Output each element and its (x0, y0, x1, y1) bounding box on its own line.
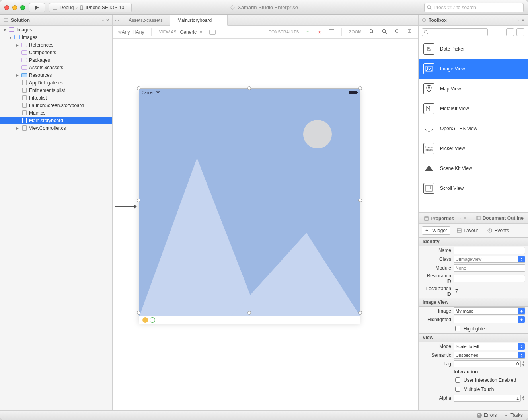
tree-components[interactable]: Components (0, 49, 112, 56)
pane-dock-icon[interactable]: ▫ (518, 18, 519, 23)
solution-pane-header[interactable]: Solution ▫ × (0, 15, 112, 26)
global-search[interactable]: Press '⌘.' to search (424, 3, 524, 12)
prop-multiple-touch-check[interactable]: Multiple Touch (454, 385, 494, 393)
pane-dock-icon[interactable]: ▫ (102, 18, 104, 23)
picker-icon: Loremipsum (423, 143, 434, 154)
prop-tab-events[interactable]: Events (484, 227, 512, 234)
prop-highlighted-check[interactable]: Highlighted (454, 325, 487, 332)
property-tabs: Widget Layout Events (419, 224, 528, 237)
toolbox-item-scenekit-view[interactable]: Scene Kit View (419, 158, 528, 178)
prop-user-interaction-check[interactable]: User Interaction Enabled (454, 376, 516, 384)
zoom-button[interactable] (20, 5, 25, 10)
properties-panel[interactable]: Identity Name Class UIImageView Module R… (419, 237, 528, 410)
right-panel: Toolbox ▫× JanFeb Date Picker (419, 15, 528, 410)
editor-area: ‹› Assets.xcassets Main.storyboard ○ wAn… (113, 15, 419, 410)
zoom-100-icon[interactable] (394, 29, 400, 35)
pane-close-icon[interactable]: × (522, 18, 524, 23)
toolbox-list[interactable]: JanFeb Date Picker Image View Map View M… (419, 39, 528, 212)
view-as[interactable]: VIEW AS Generic ▾ (159, 29, 202, 35)
zoom-out-icon[interactable] (382, 29, 387, 35)
toolbox-item-picker-view[interactable]: Loremipsum Picker View (419, 139, 528, 158)
svg-marker-21 (139, 158, 259, 316)
prop-name-input[interactable] (454, 247, 525, 254)
prop-class-combo[interactable]: UIImageView (454, 256, 525, 263)
remove-constraint-icon[interactable]: ✕ (318, 29, 321, 35)
svg-point-4 (427, 6, 431, 9)
run-button[interactable] (29, 3, 45, 12)
prop-tab-widget[interactable]: Widget (422, 226, 450, 235)
prop-panel-tab-outline[interactable]: Document Outline (472, 213, 528, 223)
prop-tab-layout[interactable]: Layout (454, 227, 481, 234)
view-controller[interactable]: Carrier ← (139, 88, 360, 322)
tag-stepper-icon[interactable]: ▲▼ (522, 361, 525, 367)
toolbox-search-input[interactable] (422, 28, 488, 36)
svg-marker-20 (134, 204, 137, 209)
toolbox-item-image-view[interactable]: Image View (419, 59, 528, 79)
tree-packages[interactable]: Packages (0, 56, 112, 64)
tree-solution[interactable]: ▾ Images (0, 26, 112, 33)
scene-dock[interactable]: ← (139, 316, 360, 324)
close-button[interactable] (4, 5, 9, 10)
tree-mainstoryboard[interactable]: Main.storyboard (0, 117, 112, 124)
toolbox-view-list-icon[interactable] (516, 28, 524, 36)
toolbox-view-icons-icon[interactable] (506, 28, 514, 36)
tree-assets[interactable]: Assets.xcassets (0, 64, 112, 71)
tree-viewcontroller[interactable]: ▸ ViewController.cs (0, 124, 112, 132)
tab-nav[interactable]: ‹› (113, 15, 121, 25)
prop-module-input[interactable] (454, 264, 525, 272)
add-constraint-icon[interactable]: ⁺▫ (306, 29, 310, 35)
prop-semantic-combo[interactable]: Unspecified (454, 352, 525, 359)
toolbox-item-scroll-view[interactable]: Scroll View (419, 178, 528, 198)
prop-tag-input[interactable] (454, 360, 521, 367)
svg-line-9 (372, 32, 374, 34)
scroll-view-icon (423, 183, 434, 194)
pane-close-icon[interactable]: × (106, 18, 109, 23)
storyboard-toolbar: wAny HAny VIEW AS Generic ▾ CONSTRAINTS … (113, 26, 418, 39)
run-configuration[interactable]: Debug › iPhone SE iOS 10.1 (49, 3, 132, 12)
tree-maincs[interactable]: Main.cs (0, 109, 112, 117)
svg-point-23 (424, 30, 427, 33)
orientation-icon[interactable] (209, 30, 216, 35)
vc-icon[interactable] (142, 317, 148, 323)
solution-tree[interactable]: ▾ Images ▾ Images ▸ References Component… (0, 26, 112, 410)
frame-icon[interactable] (329, 29, 334, 35)
scenekit-icon (423, 163, 434, 174)
tree-entitlements[interactable]: Entitlements.plist (0, 86, 112, 94)
zoom-in-icon[interactable] (407, 29, 413, 35)
prop-alpha-input[interactable] (454, 395, 521, 402)
storyboard-canvas[interactable]: Carrier ← (113, 39, 418, 410)
toolbox-item-metalkit-view[interactable]: MetalKit View (419, 99, 528, 119)
tree-references[interactable]: ▸ References (0, 41, 112, 49)
tree-resources[interactable]: ▸ Resources (0, 71, 112, 79)
tree-launchscreen[interactable]: LaunchScreen.storyboard (0, 102, 112, 109)
toolbox-item-map-view[interactable]: Map View (419, 79, 528, 99)
tab-assets[interactable]: Assets.xcassets (121, 15, 170, 25)
svg-rect-34 (425, 217, 428, 220)
tab-close-icon[interactable]: ○ (217, 18, 220, 23)
map-view-icon (423, 83, 434, 94)
toolbox-header[interactable]: Toolbox ▫× (419, 15, 528, 26)
svg-rect-1 (53, 6, 57, 9)
minimize-button[interactable] (12, 5, 17, 10)
prop-mode-combo[interactable]: Scale To Fill (454, 343, 525, 350)
section-identity: Identity (419, 237, 528, 246)
exit-icon[interactable]: ← (150, 317, 155, 323)
toolbox-item-date-picker[interactable]: JanFeb Date Picker (419, 39, 528, 59)
image-view[interactable] (139, 96, 360, 316)
toolbox-item-opengl-view[interactable]: OpenGL ES View (419, 119, 528, 139)
prop-image-combo[interactable]: MyImage (454, 307, 525, 315)
prop-highlighted-combo[interactable] (454, 316, 525, 323)
tab-mainstoryboard[interactable]: Main.storyboard ○ (170, 15, 228, 26)
tasks-button[interactable]: ✓Tasks (505, 412, 523, 418)
prop-restoration-input[interactable] (454, 275, 525, 282)
alpha-stepper-icon[interactable]: ▲▼ (522, 395, 525, 401)
search-placeholder: Press '⌘.' to search (434, 5, 476, 10)
zoom-fit-icon[interactable] (369, 29, 374, 35)
errors-button[interactable]: ✕Errors (477, 412, 497, 418)
tree-project[interactable]: ▾ Images (0, 33, 112, 41)
tree-appdelegate[interactable]: AppDelegate.cs (0, 79, 112, 86)
size-class[interactable]: wAny HAny (118, 29, 144, 35)
tree-infoplist[interactable]: Info.plist (0, 94, 112, 102)
svg-marker-31 (425, 165, 433, 171)
prop-panel-tab-properties[interactable]: Properties (420, 213, 458, 224)
